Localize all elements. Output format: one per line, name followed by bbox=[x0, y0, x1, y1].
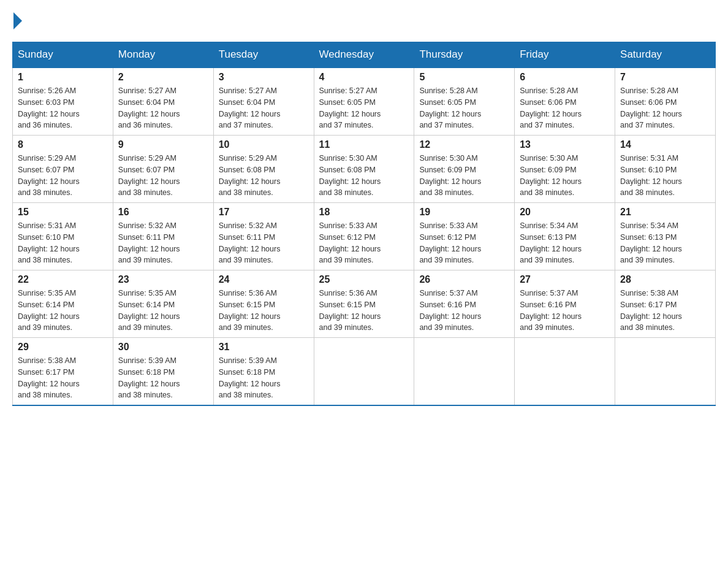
calendar-day-cell: 14Sunrise: 5:31 AMSunset: 6:10 PMDayligh… bbox=[615, 136, 716, 203]
calendar-day-cell: 2Sunrise: 5:27 AMSunset: 6:04 PMDaylight… bbox=[113, 67, 213, 136]
calendar-day-cell: 5Sunrise: 5:28 AMSunset: 6:05 PMDaylight… bbox=[414, 67, 515, 136]
day-of-week-header: Saturday bbox=[615, 42, 716, 68]
calendar-day-cell bbox=[414, 338, 515, 406]
day-of-week-header: Monday bbox=[113, 42, 213, 68]
calendar-day-cell: 21Sunrise: 5:34 AMSunset: 6:13 PMDayligh… bbox=[615, 203, 716, 270]
day-info: Sunrise: 5:31 AMSunset: 6:10 PMDaylight:… bbox=[18, 220, 108, 266]
day-of-week-header: Tuesday bbox=[213, 42, 314, 68]
calendar-week-row: 8Sunrise: 5:29 AMSunset: 6:07 PMDaylight… bbox=[13, 136, 716, 203]
day-info: Sunrise: 5:33 AMSunset: 6:12 PMDaylight:… bbox=[419, 220, 509, 266]
calendar-day-cell: 6Sunrise: 5:28 AMSunset: 6:06 PMDaylight… bbox=[515, 67, 615, 136]
calendar-week-row: 29Sunrise: 5:38 AMSunset: 6:17 PMDayligh… bbox=[13, 338, 716, 406]
day-info: Sunrise: 5:27 AMSunset: 6:04 PMDaylight:… bbox=[219, 85, 309, 131]
day-number: 7 bbox=[620, 72, 710, 83]
day-number: 20 bbox=[520, 207, 610, 218]
calendar-day-cell: 7Sunrise: 5:28 AMSunset: 6:06 PMDaylight… bbox=[615, 67, 716, 136]
day-number: 30 bbox=[118, 342, 208, 353]
calendar-day-cell: 22Sunrise: 5:35 AMSunset: 6:14 PMDayligh… bbox=[13, 270, 113, 338]
day-info: Sunrise: 5:28 AMSunset: 6:05 PMDaylight:… bbox=[419, 85, 509, 131]
calendar-day-cell: 1Sunrise: 5:26 AMSunset: 6:03 PMDaylight… bbox=[13, 67, 113, 136]
day-info: Sunrise: 5:29 AMSunset: 6:07 PMDaylight:… bbox=[118, 153, 208, 199]
calendar-day-cell bbox=[314, 338, 414, 406]
calendar-header-row: SundayMondayTuesdayWednesdayThursdayFrid… bbox=[13, 42, 716, 68]
day-number: 17 bbox=[219, 207, 309, 218]
calendar-day-cell: 13Sunrise: 5:30 AMSunset: 6:09 PMDayligh… bbox=[515, 136, 615, 203]
day-number: 6 bbox=[520, 72, 610, 83]
day-of-week-header: Friday bbox=[515, 42, 615, 68]
calendar-day-cell: 26Sunrise: 5:37 AMSunset: 6:16 PMDayligh… bbox=[414, 270, 515, 338]
calendar-day-cell: 24Sunrise: 5:36 AMSunset: 6:15 PMDayligh… bbox=[213, 270, 314, 338]
calendar-day-cell: 12Sunrise: 5:30 AMSunset: 6:09 PMDayligh… bbox=[414, 136, 515, 203]
day-number: 19 bbox=[419, 207, 509, 218]
calendar-week-row: 1Sunrise: 5:26 AMSunset: 6:03 PMDaylight… bbox=[13, 67, 716, 136]
calendar-day-cell: 16Sunrise: 5:32 AMSunset: 6:11 PMDayligh… bbox=[113, 203, 213, 270]
calendar-day-cell: 20Sunrise: 5:34 AMSunset: 6:13 PMDayligh… bbox=[515, 203, 615, 270]
day-info: Sunrise: 5:39 AMSunset: 6:18 PMDaylight:… bbox=[118, 355, 208, 401]
day-number: 26 bbox=[419, 274, 509, 285]
day-number: 4 bbox=[319, 72, 409, 83]
day-number: 21 bbox=[620, 207, 710, 218]
day-info: Sunrise: 5:39 AMSunset: 6:18 PMDaylight:… bbox=[219, 355, 309, 401]
calendar-day-cell bbox=[515, 338, 615, 406]
calendar-day-cell: 30Sunrise: 5:39 AMSunset: 6:18 PMDayligh… bbox=[113, 338, 213, 406]
day-number: 12 bbox=[419, 139, 509, 150]
calendar-day-cell: 31Sunrise: 5:39 AMSunset: 6:18 PMDayligh… bbox=[213, 338, 314, 406]
calendar-day-cell bbox=[615, 338, 716, 406]
day-info: Sunrise: 5:32 AMSunset: 6:11 PMDaylight:… bbox=[118, 220, 208, 266]
day-info: Sunrise: 5:29 AMSunset: 6:08 PMDaylight:… bbox=[219, 153, 309, 199]
calendar-day-cell: 11Sunrise: 5:30 AMSunset: 6:08 PMDayligh… bbox=[314, 136, 414, 203]
calendar-day-cell: 15Sunrise: 5:31 AMSunset: 6:10 PMDayligh… bbox=[13, 203, 113, 270]
day-number: 16 bbox=[118, 207, 208, 218]
day-info: Sunrise: 5:32 AMSunset: 6:11 PMDaylight:… bbox=[219, 220, 309, 266]
day-number: 8 bbox=[18, 139, 108, 150]
day-info: Sunrise: 5:28 AMSunset: 6:06 PMDaylight:… bbox=[520, 85, 610, 131]
day-number: 31 bbox=[219, 342, 309, 353]
day-of-week-header: Sunday bbox=[13, 42, 113, 68]
calendar-day-cell: 25Sunrise: 5:36 AMSunset: 6:15 PMDayligh… bbox=[314, 270, 414, 338]
day-info: Sunrise: 5:37 AMSunset: 6:16 PMDaylight:… bbox=[520, 288, 610, 334]
day-number: 11 bbox=[319, 139, 409, 150]
calendar-day-cell: 8Sunrise: 5:29 AMSunset: 6:07 PMDaylight… bbox=[13, 136, 113, 203]
day-number: 13 bbox=[520, 139, 610, 150]
day-info: Sunrise: 5:31 AMSunset: 6:10 PMDaylight:… bbox=[620, 153, 710, 199]
day-number: 9 bbox=[118, 139, 208, 150]
day-info: Sunrise: 5:28 AMSunset: 6:06 PMDaylight:… bbox=[620, 85, 710, 131]
calendar-day-cell: 19Sunrise: 5:33 AMSunset: 6:12 PMDayligh… bbox=[414, 203, 515, 270]
day-info: Sunrise: 5:34 AMSunset: 6:13 PMDaylight:… bbox=[620, 220, 710, 266]
day-info: Sunrise: 5:38 AMSunset: 6:17 PMDaylight:… bbox=[620, 288, 710, 334]
calendar-week-row: 15Sunrise: 5:31 AMSunset: 6:10 PMDayligh… bbox=[13, 203, 716, 270]
calendar-day-cell: 17Sunrise: 5:32 AMSunset: 6:11 PMDayligh… bbox=[213, 203, 314, 270]
day-info: Sunrise: 5:36 AMSunset: 6:15 PMDaylight:… bbox=[219, 288, 309, 334]
day-number: 27 bbox=[520, 274, 610, 285]
day-number: 1 bbox=[18, 72, 108, 83]
calendar-day-cell: 29Sunrise: 5:38 AMSunset: 6:17 PMDayligh… bbox=[13, 338, 113, 406]
calendar-day-cell: 23Sunrise: 5:35 AMSunset: 6:14 PMDayligh… bbox=[113, 270, 213, 338]
day-number: 28 bbox=[620, 274, 710, 285]
day-number: 10 bbox=[219, 139, 309, 150]
calendar-day-cell: 27Sunrise: 5:37 AMSunset: 6:16 PMDayligh… bbox=[515, 270, 615, 338]
calendar-table: SundayMondayTuesdayWednesdayThursdayFrid… bbox=[12, 42, 716, 406]
day-info: Sunrise: 5:30 AMSunset: 6:09 PMDaylight:… bbox=[520, 153, 610, 199]
day-info: Sunrise: 5:37 AMSunset: 6:16 PMDaylight:… bbox=[419, 288, 509, 334]
day-number: 18 bbox=[319, 207, 409, 218]
day-info: Sunrise: 5:35 AMSunset: 6:14 PMDaylight:… bbox=[18, 288, 108, 334]
calendar-week-row: 22Sunrise: 5:35 AMSunset: 6:14 PMDayligh… bbox=[13, 270, 716, 338]
day-info: Sunrise: 5:30 AMSunset: 6:08 PMDaylight:… bbox=[319, 153, 409, 199]
day-info: Sunrise: 5:33 AMSunset: 6:12 PMDaylight:… bbox=[319, 220, 409, 266]
day-number: 14 bbox=[620, 139, 710, 150]
day-number: 22 bbox=[18, 274, 108, 285]
day-number: 25 bbox=[319, 274, 409, 285]
day-info: Sunrise: 5:30 AMSunset: 6:09 PMDaylight:… bbox=[419, 153, 509, 199]
logo-triangle-icon bbox=[13, 12, 22, 29]
day-info: Sunrise: 5:36 AMSunset: 6:15 PMDaylight:… bbox=[319, 288, 409, 334]
calendar-day-cell: 9Sunrise: 5:29 AMSunset: 6:07 PMDaylight… bbox=[113, 136, 213, 203]
logo bbox=[12, 12, 23, 29]
day-of-week-header: Thursday bbox=[414, 42, 515, 68]
day-number: 3 bbox=[219, 72, 309, 83]
day-info: Sunrise: 5:29 AMSunset: 6:07 PMDaylight:… bbox=[18, 153, 108, 199]
calendar-day-cell: 4Sunrise: 5:27 AMSunset: 6:05 PMDaylight… bbox=[314, 67, 414, 136]
page-header bbox=[12, 12, 716, 29]
day-of-week-header: Wednesday bbox=[314, 42, 414, 68]
calendar-day-cell: 28Sunrise: 5:38 AMSunset: 6:17 PMDayligh… bbox=[615, 270, 716, 338]
day-info: Sunrise: 5:38 AMSunset: 6:17 PMDaylight:… bbox=[18, 355, 108, 401]
